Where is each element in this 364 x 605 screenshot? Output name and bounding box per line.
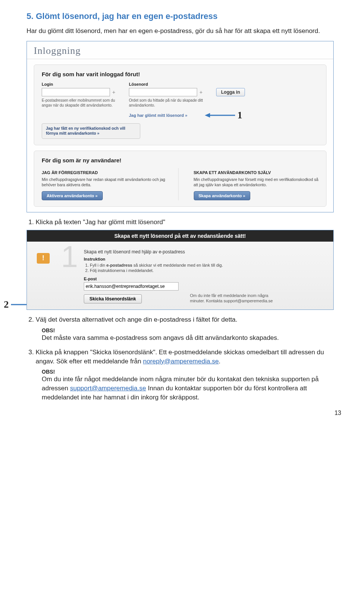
obs-block-1: OBS! Det måste vara samma e-postadress s… bbox=[42, 327, 341, 343]
login-label: Login bbox=[42, 82, 125, 86]
noreply-link[interactable]: noreply@amperemedia.se bbox=[143, 358, 219, 365]
password-input[interactable] bbox=[129, 88, 197, 96]
section-heading: 5. Glömt lösenord, jag har en egen e-pos… bbox=[27, 11, 341, 21]
email-label: E-post bbox=[84, 277, 179, 281]
preregistered-title: JAG ÄR FÖRREGISTRERAD bbox=[42, 170, 167, 175]
section-b-heading: För dig som är ny användare! bbox=[42, 157, 318, 163]
step-1: Klicka på texten "Jag har glömt mitt lös… bbox=[36, 218, 341, 227]
reset-help-text: Om du inte får ett meddelande inom några… bbox=[190, 293, 281, 304]
instruction-1: Fyll i din e-postadress så skickar vi et… bbox=[90, 263, 326, 267]
instruction-label: Instruktion bbox=[84, 257, 326, 261]
create-self-title: SKAPA ETT ANVÄNDARKONTO SJÄLV bbox=[194, 170, 319, 175]
warning-icon: ! bbox=[37, 253, 50, 264]
activate-account-button[interactable]: Aktivera användarkonto » bbox=[42, 191, 103, 200]
svg-marker-1 bbox=[205, 113, 210, 118]
obs-label: OBS! bbox=[42, 327, 341, 333]
app-title-text: Inloggning bbox=[34, 45, 81, 56]
preregistered-text: Min chef/uppdragsgivare har redan skapat… bbox=[42, 177, 167, 187]
section-new-user: För dig som är ny användare! JAG ÄR FÖRR… bbox=[34, 151, 326, 207]
login-input[interactable] bbox=[42, 88, 110, 96]
annotation-number-1: 1 bbox=[237, 110, 242, 121]
send-link-button[interactable]: Skicka lösenordslänk bbox=[84, 294, 142, 303]
app-title: Inloggning bbox=[27, 41, 333, 59]
obs-label: OBS! bbox=[42, 369, 341, 375]
password-label: Lösenord bbox=[129, 82, 212, 86]
reset-method-title: Skapa ett nytt lösenord med hjälp av e-p… bbox=[84, 249, 326, 255]
step-3-text-b: . bbox=[219, 358, 221, 365]
step-number-icon: 1 bbox=[61, 242, 78, 272]
screenshot-reset: Skapa ett nytt lösenord på ett av nedans… bbox=[27, 230, 334, 310]
screenshot-login: Inloggning För dig som har varit inlogga… bbox=[27, 41, 334, 213]
step-2: Välj det översta alternativet och ange d… bbox=[36, 315, 341, 324]
section-returning-user: För dig som har varit inloggad förut! Lo… bbox=[34, 64, 326, 145]
page-number: 13 bbox=[27, 410, 341, 416]
email-field[interactable] bbox=[84, 282, 179, 291]
support-link[interactable]: support@amperemedia.se bbox=[70, 385, 146, 392]
password-hint: Ordet som du hittade på när du skapade d… bbox=[129, 98, 205, 108]
plus-icon: + bbox=[112, 89, 115, 95]
login-button[interactable]: Logga in bbox=[216, 88, 245, 96]
forgot-password-link[interactable]: Jag har glömt mitt lösenord » bbox=[129, 113, 187, 118]
section-a-heading: För dig som har varit inloggad förut! bbox=[42, 71, 318, 77]
plus-icon: + bbox=[199, 89, 202, 95]
login-hint: E-postadressen eller mobilnummret som du… bbox=[42, 98, 118, 108]
annotation-number-2: 2 bbox=[4, 299, 9, 310]
obs-block-2: OBS! Om du inte får något meddelande ino… bbox=[42, 369, 341, 402]
annotation-arrow-1: 1 bbox=[205, 110, 242, 121]
step-3: Klicka på knappen "Skicka lösenordslänk"… bbox=[36, 348, 341, 366]
obs-text-1: Det måste vara samma e-postadress som an… bbox=[42, 333, 341, 343]
create-self-text: Min chef/uppdragsgivare har försett mig … bbox=[194, 177, 319, 187]
verify-link[interactable]: Jag har fått en ny verifikationskod och … bbox=[42, 123, 140, 139]
create-account-button[interactable]: Skapa användarkonto » bbox=[194, 191, 251, 200]
intro-paragraph: Har du glömt ditt lösenord, men har en e… bbox=[27, 27, 341, 36]
instruction-2: Följ instruktionerna i meddelandet. bbox=[90, 268, 326, 273]
